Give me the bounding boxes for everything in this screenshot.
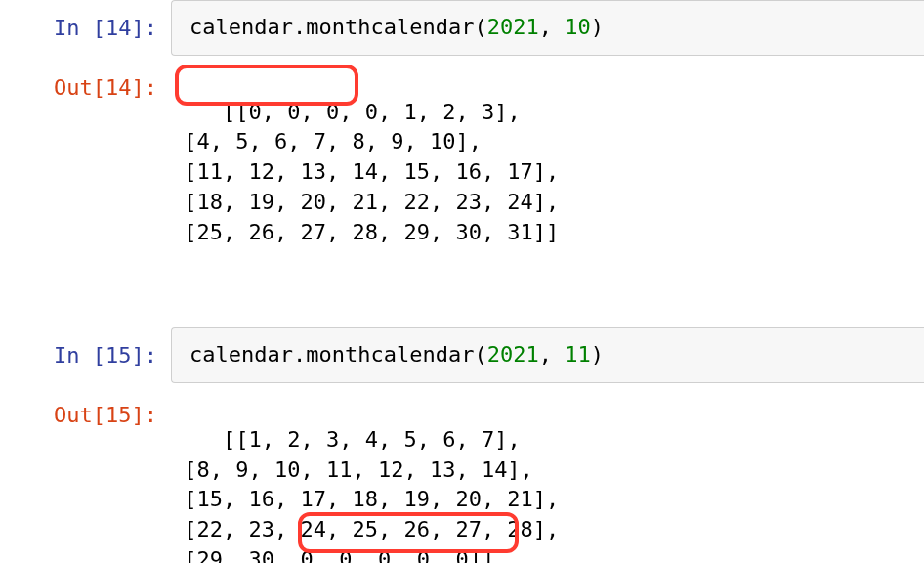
code-output: [[0, 0, 0, 0, 1, 2, 3], [4, 5, 6, 7, 8, … — [171, 60, 924, 327]
code-output: [[1, 2, 3, 4, 5, 6, 7], [8, 9, 10, 11, 1… — [171, 387, 924, 563]
code-input[interactable]: calendar.monthcalendar(2021, 11) — [171, 327, 924, 383]
input-cell: In [15]: calendar.monthcalendar(2021, 11… — [0, 327, 924, 387]
output-cell: Out[15]: [[1, 2, 3, 4, 5, 6, 7], [8, 9, … — [0, 387, 924, 563]
input-cell: In [14]: calendar.monthcalendar(2021, 10… — [0, 0, 924, 60]
output-prompt: Out[14]: — [0, 60, 171, 104]
output-text: [[0, 0, 0, 0, 1, 2, 3], [4, 5, 6, 7, 8, … — [171, 100, 559, 244]
code-input[interactable]: calendar.monthcalendar(2021, 10) — [171, 0, 924, 56]
output-text: [[1, 2, 3, 4, 5, 6, 7], [8, 9, 10, 11, 1… — [171, 427, 559, 563]
input-prompt: In [15]: — [0, 327, 171, 371]
input-prompt: In [14]: — [0, 0, 171, 44]
output-prompt: Out[15]: — [0, 387, 171, 431]
output-cell: Out[14]: [[0, 0, 0, 0, 1, 2, 3], [4, 5, … — [0, 60, 924, 327]
